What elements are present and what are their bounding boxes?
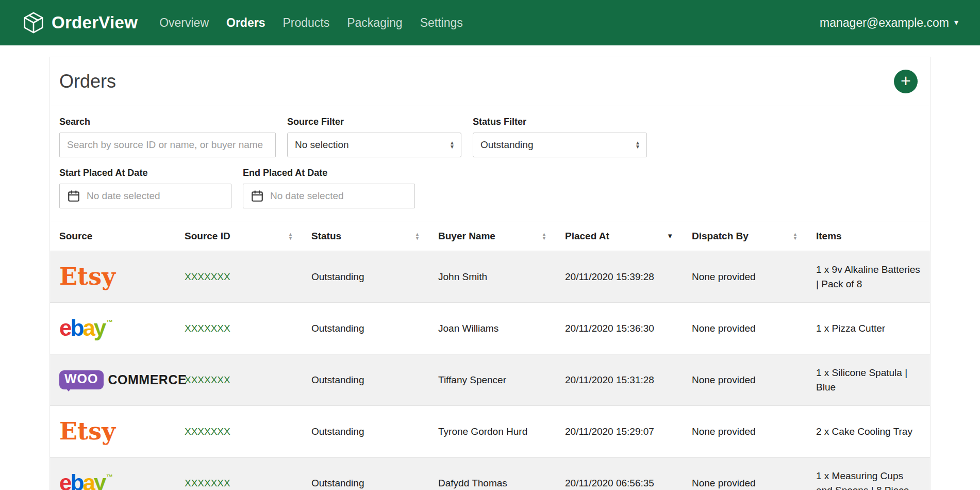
source-cell: Etsy: [50, 406, 175, 458]
status-cell: Outstanding: [302, 251, 429, 303]
end-date-input[interactable]: No date selected: [243, 184, 415, 208]
trademark-symbol: ™: [106, 319, 113, 325]
sort-toggle-icon[interactable]: ▲▼: [415, 232, 420, 240]
woocommerce-logo: WOOCOMMERCE: [59, 370, 187, 389]
source-id-cell: XXXXXXX: [175, 458, 302, 490]
items-cell: 1 x Measuring Cups and Spoons | 8 Piece: [807, 458, 930, 490]
ebay-letter: b: [70, 317, 82, 339]
start-date-label: Start Placed At Date: [59, 168, 231, 178]
sort-toggle-icon[interactable]: ▲▼: [793, 232, 798, 240]
buyer-name-cell: Joan Williams: [429, 303, 556, 354]
card-header: Orders +: [50, 57, 930, 106]
items-cell: 1 x Silicone Spatula | Blue: [807, 354, 930, 406]
source-cell: ebay™: [50, 303, 175, 354]
nav-links: Overview Orders Products Packaging Setti…: [159, 16, 463, 30]
source-cell: WOOCOMMERCE: [50, 354, 175, 406]
orders-card: Orders + Search Source Filter No selecti…: [49, 57, 931, 490]
items-cell: 1 x Pizza Cutter: [807, 303, 930, 354]
column-label: Buyer Name: [438, 231, 495, 242]
source-filter-label: Source Filter: [287, 117, 461, 127]
search-input[interactable]: [59, 133, 276, 157]
sort-desc-glyph: ▼: [542, 236, 546, 240]
source-filter-value: No selection: [295, 139, 349, 151]
select-stepper-icon: ▲▼: [635, 141, 640, 149]
column-header-dispatch-by[interactable]: Dispatch By▲▼: [683, 221, 807, 251]
column-header-placed-at[interactable]: Placed At▼: [556, 221, 683, 251]
source-filter-select[interactable]: No selection ▲▼: [287, 133, 461, 157]
woo-commerce-text: COMMERCE: [108, 370, 187, 389]
source-cell: Etsy: [50, 251, 175, 303]
placed-at-cell: 20/11/2020 15:36:30: [556, 303, 683, 354]
user-email: manager@example.com: [820, 16, 949, 30]
placed-at-cell: 20/11/2020 15:39:28: [556, 251, 683, 303]
placed-at-cell: 20/11/2020 15:29:07: [556, 406, 683, 458]
table-row[interactable]: ebay™ XXXXXXX Outstanding Dafydd Thomas …: [50, 458, 930, 490]
brand-name: OrderView: [52, 13, 138, 32]
package-cube-icon: [22, 11, 45, 35]
page-title: Orders: [59, 71, 116, 92]
nav-item-orders[interactable]: Orders: [226, 16, 265, 30]
nav-item-settings[interactable]: Settings: [420, 16, 463, 30]
column-label: Items: [816, 231, 842, 242]
source-id-cell: XXXXXXX: [175, 354, 302, 406]
status-filter-value: Outstanding: [480, 139, 533, 151]
ebay-logo: ebay™: [59, 317, 113, 339]
column-label: Source: [59, 231, 92, 242]
status-filter-select[interactable]: Outstanding ▲▼: [473, 133, 647, 157]
column-header-items: Items: [807, 221, 930, 251]
calendar-icon: [67, 189, 80, 203]
sort-desc-glyph: ▼: [415, 236, 420, 240]
dispatch-by-cell: None provided: [683, 251, 807, 303]
add-order-button[interactable]: +: [894, 70, 918, 93]
source-id-cell: XXXXXXX: [175, 406, 302, 458]
status-cell: Outstanding: [302, 458, 429, 490]
table-row[interactable]: ebay™ XXXXXXX Outstanding Joan Williams …: [50, 303, 930, 354]
woo-badge: WOO: [59, 370, 104, 389]
ebay-letter: e: [59, 471, 70, 490]
sort-toggle-icon[interactable]: ▲▼: [542, 232, 546, 240]
items-cell: 2 x Cake Cooling Tray: [807, 406, 930, 458]
dispatch-by-cell: None provided: [683, 458, 807, 490]
status-cell: Outstanding: [302, 406, 429, 458]
brand[interactable]: OrderView: [22, 11, 138, 35]
stepper-down-glyph: ▼: [635, 145, 640, 149]
table-row[interactable]: Etsy XXXXXXX Outstanding Tyrone Gordon H…: [50, 406, 930, 458]
column-header-status[interactable]: Status▲▼: [302, 221, 429, 251]
etsy-logo: Etsy: [59, 419, 115, 443]
filters-panel: Search Source Filter No selection ▲▼ Sta…: [50, 106, 930, 220]
nav-item-packaging[interactable]: Packaging: [347, 16, 402, 30]
start-date-input[interactable]: No date selected: [59, 184, 231, 208]
nav-item-products[interactable]: Products: [283, 16, 329, 30]
status-filter-label: Status Filter: [473, 117, 647, 127]
column-header-buyer-name[interactable]: Buyer Name▲▼: [429, 221, 556, 251]
column-label: Status: [311, 231, 341, 242]
placed-at-cell: 20/11/2020 15:31:28: [556, 354, 683, 406]
dispatch-by-cell: None provided: [683, 354, 807, 406]
buyer-name-cell: John Smith: [429, 251, 556, 303]
end-date-value: No date selected: [270, 190, 344, 202]
etsy-logo: Etsy: [59, 265, 115, 288]
column-label: Source ID: [185, 231, 230, 242]
table-header-row: SourceSource ID▲▼Status▲▼Buyer Name▲▼Pla…: [50, 221, 930, 251]
ebay-logo: ebay™: [59, 471, 113, 490]
start-date-group: Start Placed At Date No date selected: [59, 168, 231, 208]
column-header-source-id[interactable]: Source ID▲▼: [175, 221, 302, 251]
filter-row-dates: Start Placed At Date No date selected En…: [59, 168, 921, 208]
buyer-name-cell: Tyrone Gordon Hurd: [429, 406, 556, 458]
orders-table: SourceSource ID▲▼Status▲▼Buyer Name▲▼Pla…: [50, 221, 930, 490]
user-menu[interactable]: manager@example.com ▾: [820, 16, 958, 30]
sort-toggle-icon[interactable]: ▲▼: [288, 232, 293, 240]
sort-desc-icon[interactable]: ▼: [667, 233, 673, 239]
source-id-cell: XXXXXXX: [175, 303, 302, 354]
table-row[interactable]: WOOCOMMERCE XXXXXXX Outstanding Tiffany …: [50, 354, 930, 406]
status-cell: Outstanding: [302, 303, 429, 354]
end-date-label: End Placed At Date: [243, 168, 415, 178]
sort-desc-glyph: ▼: [793, 236, 798, 240]
dispatch-by-cell: None provided: [683, 406, 807, 458]
table-row[interactable]: Etsy XXXXXXX Outstanding John Smith 20/1…: [50, 251, 930, 303]
placed-at-cell: 20/11/2020 06:56:35: [556, 458, 683, 490]
column-label: Placed At: [565, 231, 609, 242]
top-navbar: OrderView Overview Orders Products Packa…: [0, 0, 980, 45]
orders-table-body: Etsy XXXXXXX Outstanding John Smith 20/1…: [50, 251, 930, 490]
nav-item-overview[interactable]: Overview: [159, 16, 209, 30]
